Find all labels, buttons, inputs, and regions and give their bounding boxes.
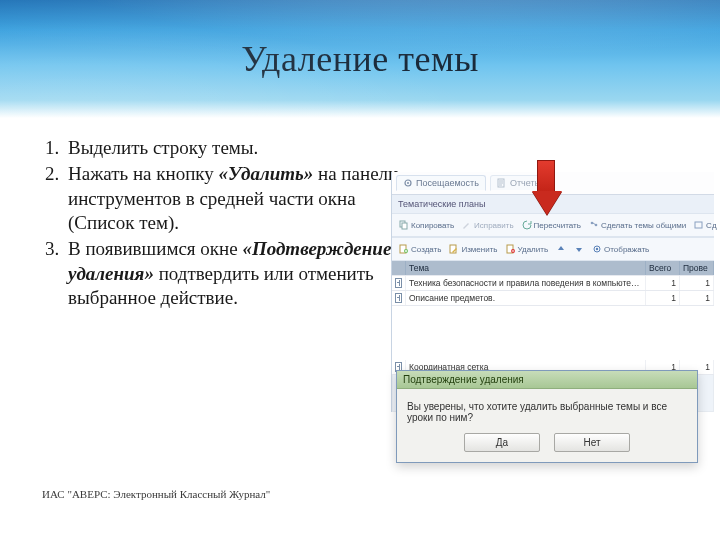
share-icon xyxy=(589,220,599,230)
step-1-text: Выделить строку темы. xyxy=(68,137,258,158)
step-3: В появившимся окне «Подтверждение удален… xyxy=(64,237,412,310)
cell-topic: Техника безопасности и правила поведения… xyxy=(406,276,646,290)
table-row[interactable]: Описание предметов. 1 1 xyxy=(392,291,714,306)
delete-label: Удалить xyxy=(518,245,549,254)
cell-total: 1 xyxy=(646,276,680,290)
hdr-done: Прове xyxy=(680,261,714,275)
svg-rect-4 xyxy=(402,223,407,229)
hdr-total: Всего xyxy=(646,261,680,275)
tab-attendance-label: Посещаемость xyxy=(416,178,479,188)
tab-attendance[interactable]: Посещаемость xyxy=(396,175,486,191)
create-label: Создать xyxy=(411,245,441,254)
edit-button[interactable]: Изменить xyxy=(446,243,500,255)
misc-icon xyxy=(694,220,704,230)
svg-point-5 xyxy=(591,222,594,225)
fix-label: Исправить xyxy=(474,221,514,230)
share-label: Сделать темы общими xyxy=(601,221,686,230)
svg-point-14 xyxy=(596,248,598,250)
confirm-dialog: Подтверждение удаления Вы уверены, что х… xyxy=(396,370,698,463)
delete-button[interactable]: Удалить xyxy=(503,243,552,255)
create-icon xyxy=(399,244,409,254)
up-icon xyxy=(556,244,566,254)
display-icon xyxy=(592,244,602,254)
toolbar-topics: Создать Изменить Удалить Отображать xyxy=(392,237,714,261)
svg-rect-7 xyxy=(695,222,702,228)
edit-icon xyxy=(449,244,459,254)
header-band: Удаление темы xyxy=(0,0,720,118)
instruction-list: Выделить строку темы. Нажать на кнопку «… xyxy=(42,136,412,310)
step-2-prefix: Нажать на кнопку xyxy=(68,163,219,184)
footer-citation: ИАС "АВЕРС: Электронный Классный Журнал" xyxy=(42,488,270,500)
dialog-yes-button[interactable]: Да xyxy=(464,433,540,452)
report-icon xyxy=(497,178,507,188)
table-row[interactable]: Техника безопасности и правила поведения… xyxy=(392,276,714,291)
down-icon xyxy=(574,244,584,254)
recalc-button[interactable]: Пересчитать xyxy=(519,219,584,231)
display-label: Отображать xyxy=(604,245,649,254)
dialog-message: Вы уверены, что хотите удалить выбранные… xyxy=(397,389,697,429)
edit-icon xyxy=(462,220,472,230)
dialog-title: Подтверждение удаления xyxy=(397,371,697,389)
copy-icon xyxy=(399,220,409,230)
create-button[interactable]: Создать xyxy=(396,243,444,255)
cell-total: 1 xyxy=(646,291,680,305)
step-2-emph: «Удалить» xyxy=(219,163,314,184)
gear-icon xyxy=(403,178,413,188)
hdr-expand xyxy=(392,261,406,275)
recalc-icon xyxy=(522,220,532,230)
pointer-arrow xyxy=(532,160,560,218)
edit-label: Изменить xyxy=(461,245,497,254)
delete-icon xyxy=(506,244,516,254)
svg-point-1 xyxy=(407,182,409,184)
hdr-topic: Тема xyxy=(406,261,646,275)
step-3-prefix: В появившимся окне xyxy=(68,238,242,259)
cell-topic: Описание предметов. xyxy=(406,291,646,305)
cell-done: 1 xyxy=(680,291,714,305)
extra-label: Сд xyxy=(706,221,716,230)
copy-label: Копировать xyxy=(411,221,454,230)
fix-button[interactable]: Исправить xyxy=(459,219,517,231)
expand-toggle[interactable] xyxy=(392,276,406,290)
expand-toggle[interactable] xyxy=(392,291,406,305)
recalc-label: Пересчитать xyxy=(534,221,581,230)
dialog-no-button[interactable]: Нет xyxy=(554,433,630,452)
step-2: Нажать на кнопку «Удалить» на панели инс… xyxy=(64,162,412,235)
instruction-column: Выделить строку темы. Нажать на кнопку «… xyxy=(42,136,412,312)
topics-grid: Тема Всего Прове Техника безопасности и … xyxy=(392,261,714,375)
move-up-button[interactable] xyxy=(553,243,569,255)
extra-button-cut[interactable]: Сд xyxy=(691,219,719,231)
grid-header: Тема Всего Прове xyxy=(392,261,714,276)
slide-title: Удаление темы xyxy=(241,38,479,80)
dialog-buttons: Да Нет xyxy=(397,429,697,462)
cell-done: 1 xyxy=(680,276,714,290)
move-down-button[interactable] xyxy=(571,243,587,255)
slide: Удаление темы Выделить строку темы. Нажа… xyxy=(0,0,720,540)
step-1: Выделить строку темы. xyxy=(64,136,412,160)
share-topics-button[interactable]: Сделать темы общими xyxy=(586,219,689,231)
display-button[interactable]: Отображать xyxy=(589,243,652,255)
copy-button[interactable]: Копировать xyxy=(396,219,457,231)
